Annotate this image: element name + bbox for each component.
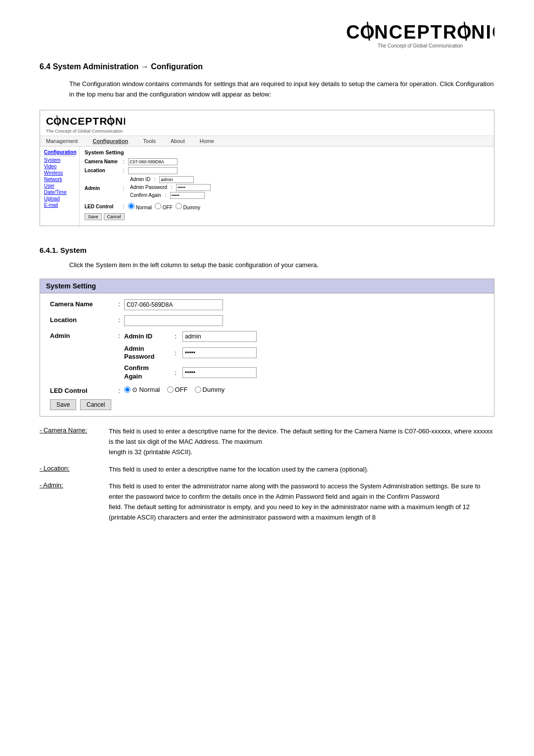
- mini-sidebar-network[interactable]: Network: [44, 177, 75, 182]
- mini-admin-password-input[interactable]: [176, 184, 211, 191]
- logo-svg: C O NCEPTR O NIC: [346, 20, 494, 44]
- camera-name-sep: :: [114, 299, 124, 308]
- mini-led-normal-option[interactable]: Normal: [128, 203, 152, 210]
- camera-name-def: This field is used to enter a descriptiv…: [109, 426, 494, 457]
- svg-text:C: C: [346, 22, 360, 43]
- mini-admin-id-label: Admin ID: [130, 177, 150, 182]
- logo-tagline: The Concept of Global Communication: [346, 43, 494, 48]
- mini-led-radio-group: Normal OFF Dummy: [128, 203, 200, 210]
- admin-desc-row: - Admin: This field is used to enter the…: [40, 481, 494, 522]
- camera-name-term: - Camera Name:: [40, 426, 109, 457]
- mini-main: System Setting Camera Name : Location : …: [80, 146, 494, 226]
- admin-password-input[interactable]: [182, 347, 257, 358]
- location-desc-row: - Location: This field is used to enter …: [40, 465, 494, 475]
- admin-id-label: Admin ID: [124, 332, 169, 340]
- mini-tagline: The Concept of Global Communication: [46, 129, 488, 134]
- camera-name-label: Camera Name: [50, 299, 114, 308]
- mini-led-off-option[interactable]: OFF: [155, 203, 173, 210]
- led-dummy-radio[interactable]: [195, 386, 201, 393]
- subsection-title: 6.4.1. System: [40, 246, 494, 254]
- admin-def: This field is used to enter the administ…: [109, 481, 494, 522]
- mini-sidebar-datetime[interactable]: Date/Time: [44, 189, 75, 195]
- led-normal-option[interactable]: ⊙ Normal: [124, 386, 160, 393]
- section-title: 6.4 System Administration → Configuratio…: [40, 62, 494, 71]
- led-normal-radio[interactable]: [124, 386, 131, 393]
- mini-nav-management[interactable]: Management: [46, 138, 78, 144]
- location-def: This field is used to enter a descriptiv…: [109, 465, 494, 475]
- admin-password-row: AdminPassword :: [124, 345, 257, 362]
- mini-sidebar-system[interactable]: System: [44, 157, 75, 163]
- led-normal-label: ⊙ Normal: [132, 386, 160, 393]
- admin-password-label: AdminPassword: [124, 345, 169, 362]
- mini-sidebar-configuration[interactable]: Configuration: [44, 149, 75, 155]
- admin-label: Admin: [50, 331, 114, 339]
- system-setting-header: System Setting: [40, 279, 494, 293]
- mini-sidebar-user[interactable]: User: [44, 183, 75, 189]
- confirm-again-input[interactable]: [182, 367, 257, 378]
- section-description: The Configuration window contains comman…: [69, 79, 494, 100]
- led-radio-group: ⊙ Normal OFF Dummy: [124, 386, 224, 393]
- svg-text:NIC: NIC: [471, 22, 494, 43]
- mini-nav-configuration[interactable]: Configuration: [92, 138, 128, 144]
- led-off-label: OFF: [175, 386, 188, 393]
- mini-confirm-again-label: Confirm Again: [130, 192, 161, 198]
- location-label: Location: [50, 315, 114, 324]
- mini-logo-svg: C O NCEPTR O NIC: [46, 114, 125, 127]
- mini-nav-tools[interactable]: Tools: [143, 138, 156, 144]
- led-dummy-option[interactable]: Dummy: [195, 386, 225, 393]
- admin-term: - Admin:: [40, 481, 109, 522]
- mini-sidebar-wireless[interactable]: Wireless: [44, 170, 75, 176]
- mini-content: Configuration System Video Wireless Netw…: [40, 146, 494, 226]
- mini-admin-id-input[interactable]: [159, 176, 194, 183]
- mini-nav-about[interactable]: About: [171, 138, 185, 144]
- location-term: - Location:: [40, 465, 109, 475]
- mini-nav: Management Configuration Tools About Hom…: [40, 136, 494, 146]
- logo-header: C O NCEPTR O NIC The Concept of Global C…: [40, 20, 494, 48]
- mini-sidebar-email[interactable]: E-mail: [44, 202, 75, 208]
- mini-admin-row: Admin : Admin ID : Admin Password :: [85, 176, 489, 201]
- admin-id-input[interactable]: [182, 331, 257, 342]
- mini-location-input[interactable]: [128, 167, 178, 174]
- mini-camera-name-row: Camera Name :: [85, 158, 489, 165]
- location-sep: :: [114, 315, 124, 324]
- mini-sidebar-video[interactable]: Video: [44, 164, 75, 169]
- admin-sep: :: [114, 331, 124, 339]
- location-input[interactable]: [124, 315, 223, 326]
- mini-led-row: LED Control : Normal OFF Dummy: [85, 203, 489, 210]
- form-buttons: Save Cancel: [50, 399, 484, 410]
- led-control-label: LED Control: [50, 386, 114, 394]
- save-button[interactable]: Save: [50, 399, 76, 410]
- location-row: Location :: [50, 315, 484, 326]
- mini-camera-name-input[interactable]: [128, 158, 178, 165]
- mini-led-dummy-option[interactable]: Dummy: [176, 203, 200, 210]
- system-setting-box: System Setting Camera Name : Location : …: [40, 279, 494, 417]
- mini-confirm-input[interactable]: [170, 192, 205, 199]
- led-control-sep: :: [114, 386, 124, 394]
- led-off-option[interactable]: OFF: [167, 386, 188, 393]
- camera-name-desc-row: - Camera Name: This field is used to ent…: [40, 426, 494, 457]
- admin-row: Admin : Admin ID : AdminPassword :: [50, 331, 484, 381]
- subsection-description: Click the System item in the left column…: [69, 261, 494, 269]
- camera-name-row: Camera Name :: [50, 299, 484, 310]
- svg-text:NIC: NIC: [115, 115, 125, 127]
- mini-sidebar-upload[interactable]: Upload: [44, 196, 75, 201]
- mini-save-button[interactable]: Save: [85, 213, 102, 220]
- svg-text:NCEPTR: NCEPTR: [62, 115, 107, 127]
- mini-sidebar: Configuration System Video Wireless Netw…: [40, 146, 80, 226]
- mini-admin-label: Admin: [85, 186, 119, 191]
- mini-nav-home[interactable]: Home: [200, 138, 214, 144]
- mini-cancel-button[interactable]: Cancel: [104, 213, 125, 220]
- led-off-radio[interactable]: [167, 386, 174, 393]
- mini-buttons: Save Cancel: [85, 213, 489, 220]
- mini-camera-name-label: Camera Name: [85, 159, 119, 164]
- browser-window: C O NCEPTR O NIC The Concept of Global C…: [40, 110, 494, 226]
- svg-text:C: C: [46, 115, 54, 127]
- field-descriptions: - Camera Name: This field is used to ent…: [40, 426, 494, 522]
- cancel-button[interactable]: Cancel: [80, 399, 111, 410]
- camera-name-input[interactable]: [124, 299, 223, 310]
- system-setting-body: Camera Name : Location : Admin : Admin I…: [40, 293, 494, 417]
- mini-logo-bar: C O NCEPTR O NIC The Concept of Global C…: [40, 110, 494, 136]
- mini-system-setting-title: System Setting: [85, 149, 489, 155]
- admin-id-row: Admin ID :: [124, 331, 257, 342]
- mini-location-label: Location: [85, 168, 119, 173]
